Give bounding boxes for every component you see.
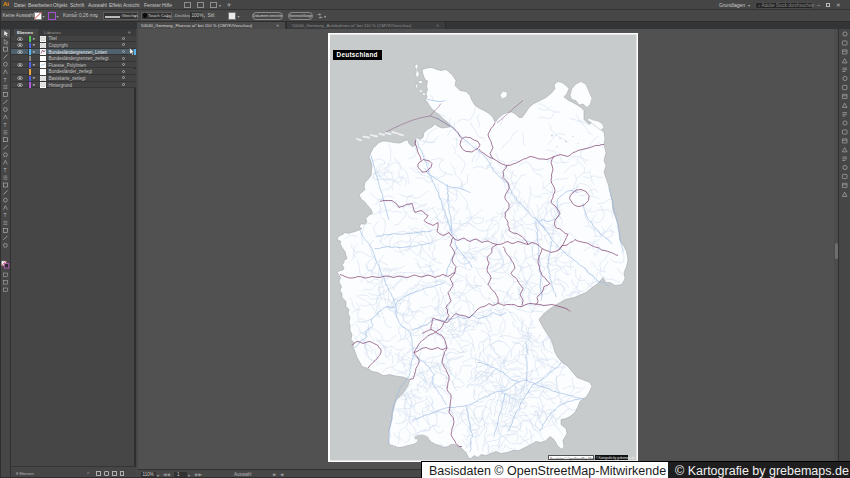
svg-text:T: T xyxy=(3,212,6,218)
svg-text:T: T xyxy=(3,122,6,128)
svg-text:T: T xyxy=(3,77,6,83)
svg-text:T: T xyxy=(3,167,6,173)
